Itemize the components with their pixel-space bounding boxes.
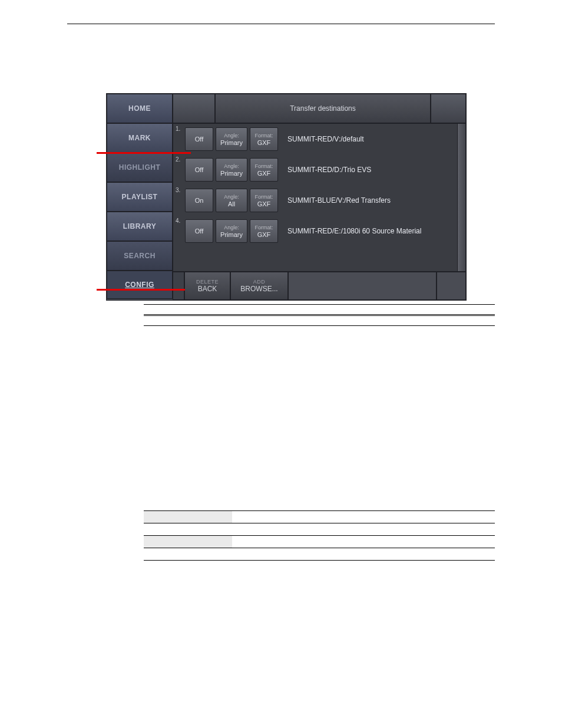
format-label: Format: — [254, 225, 273, 230]
table-cell — [232, 536, 495, 548]
sidebar-item-home[interactable]: HOME — [107, 94, 173, 123]
table-row — [144, 548, 495, 561]
scrollbar[interactable] — [457, 124, 465, 271]
table-header — [232, 315, 495, 326]
angle-select[interactable]: Angle:Primary — [216, 127, 247, 151]
titlebar-spacer-right — [431, 94, 466, 123]
table-header-row — [144, 305, 495, 315]
angle-label: Angle: — [224, 133, 239, 139]
footer: DELETE BACK ADD BROWSE... — [173, 272, 466, 300]
onoff-value: Off — [195, 136, 203, 143]
footer-end — [437, 272, 466, 300]
onoff-value: Off — [195, 166, 203, 173]
angle-select[interactable]: Angle:Primary — [216, 158, 247, 182]
annotation-line — [97, 289, 185, 291]
angle-select[interactable]: Angle:Primary — [216, 219, 247, 243]
toggle-onoff[interactable]: Off — [185, 219, 213, 243]
table-cell — [144, 523, 232, 536]
row-number: 1. — [173, 124, 184, 154]
onoff-value: On — [195, 197, 204, 204]
table-cell — [232, 511, 495, 523]
sidebar: HOME MARK HIGHLIGHT PLAYLIST LIBRARY SEA… — [107, 94, 173, 300]
table-cell — [144, 511, 232, 523]
table-row — [144, 326, 495, 511]
delete-label-small: DELETE — [196, 279, 219, 285]
destination-path: SUMMIT-RED/E:/1080i 60 Source Material — [279, 216, 465, 246]
angle-label: Angle: — [224, 163, 239, 169]
row-number: 3. — [173, 185, 184, 216]
format-label: Format: — [254, 194, 273, 200]
sidebar-item-highlight[interactable]: HIGHLIGHT — [107, 153, 173, 182]
titlebar-spacer-left — [173, 94, 215, 123]
page-title: Transfer destinations — [215, 94, 431, 123]
destination-path: SUMMIT-RED/V:/default — [279, 124, 465, 154]
destination-row: 3. On Angle:All Format:GXF SUMMIT-BLUE/V… — [173, 185, 465, 216]
table-cell — [144, 326, 232, 511]
sidebar-item-config[interactable]: CONFIG — [107, 271, 173, 299]
table-cell — [232, 523, 495, 536]
sidebar-item-library[interactable]: LIBRARY — [107, 212, 173, 241]
table-cell — [232, 548, 495, 561]
table-cell — [144, 536, 232, 548]
format-label: Format: — [254, 133, 273, 139]
format-select[interactable]: Format:GXF — [250, 219, 278, 243]
angle-label: Angle: — [224, 194, 239, 200]
footer-spacer — [173, 272, 184, 300]
main-panel: Transfer destinations 1. Off Angle:Prima… — [173, 94, 466, 300]
table-cell — [144, 548, 232, 561]
format-label: Format: — [254, 163, 273, 169]
table-row — [144, 523, 495, 536]
format-select[interactable]: Format:GXF — [250, 158, 278, 182]
destination-path: SUMMIT-RED/D:/Trio EVS — [279, 154, 465, 185]
app-window: HOME MARK HIGHLIGHT PLAYLIST LIBRARY SEA… — [106, 93, 467, 301]
table-header — [232, 305, 495, 315]
delete-label-big: BACK — [198, 285, 217, 293]
add-label-big: BROWSE... — [240, 285, 277, 293]
angle-value: Primary — [220, 139, 243, 146]
destination-row: 2. Off Angle:Primary Format:GXF SUMMIT-R… — [173, 154, 465, 185]
footer-rest — [288, 272, 437, 300]
table-cell — [232, 326, 495, 511]
doc-table — [144, 304, 495, 561]
sidebar-item-search[interactable]: SEARCH — [107, 241, 173, 271]
row-number: 2. — [173, 154, 184, 185]
angle-value: Primary — [220, 231, 243, 238]
format-value: GXF — [257, 170, 271, 177]
sidebar-item-mark[interactable]: MARK — [107, 123, 173, 153]
table-header-row-2 — [144, 315, 495, 326]
destination-row: 4. Off Angle:Primary Format:GXF SUMMIT-R… — [173, 216, 465, 246]
angle-label: Angle: — [224, 225, 239, 230]
toggle-onoff[interactable]: Off — [185, 127, 213, 151]
table-row — [144, 511, 495, 523]
format-value: GXF — [257, 231, 271, 238]
angle-select[interactable]: Angle:All — [216, 189, 247, 212]
table-row — [144, 536, 495, 548]
destination-path: SUMMIT-BLUE/V:/Red Transfers — [279, 185, 465, 216]
toggle-onoff[interactable]: On — [185, 189, 213, 212]
row-number: 4. — [173, 216, 184, 246]
destination-list: 1. Off Angle:Primary Format:GXF SUMMIT-R… — [173, 123, 466, 272]
add-label-small: ADD — [253, 279, 266, 285]
delete-back-button[interactable]: DELETE BACK — [184, 272, 230, 300]
destination-row: 1. Off Angle:Primary Format:GXF SUMMIT-R… — [173, 124, 465, 154]
add-browse-button[interactable]: ADD BROWSE... — [230, 272, 288, 300]
format-select[interactable]: Format:GXF — [250, 127, 278, 151]
format-value: GXF — [257, 200, 271, 207]
toggle-onoff[interactable]: Off — [185, 158, 213, 182]
table-header — [144, 305, 232, 315]
sidebar-item-playlist[interactable]: PLAYLIST — [107, 182, 173, 212]
format-select[interactable]: Format:GXF — [250, 189, 278, 212]
annotation-line — [97, 152, 191, 154]
table-header — [144, 315, 232, 326]
angle-value: Primary — [220, 170, 243, 177]
angle-value: All — [228, 200, 235, 207]
onoff-value: Off — [195, 228, 203, 235]
titlebar: Transfer destinations — [173, 94, 466, 123]
format-value: GXF — [257, 139, 271, 146]
